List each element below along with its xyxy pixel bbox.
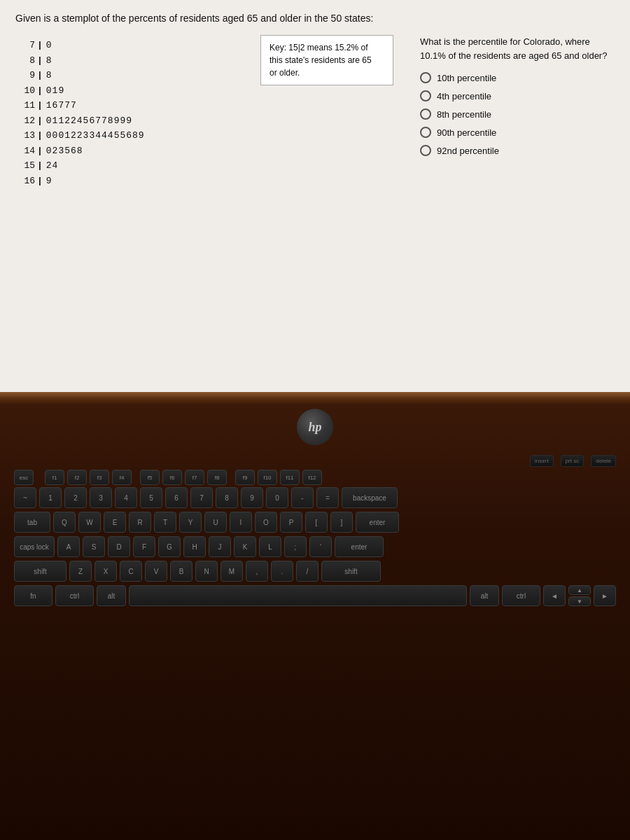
key-box: Key: 15|2 means 15.2% of this state's re… [260, 35, 393, 85]
key-ctrl-right[interactable]: ctrl [502, 585, 540, 606]
key-i[interactable]: I [230, 512, 252, 533]
key-j[interactable]: J [209, 536, 231, 557]
key-f7[interactable]: f7 [185, 470, 204, 485]
question-text: What is the percentile for Colorado, whe… [420, 35, 615, 62]
key-e[interactable]: E [104, 512, 126, 533]
key-bracket-l[interactable]: [ [305, 512, 328, 533]
stem-cell: 13 [15, 128, 35, 144]
key-f1[interactable]: f1 [45, 470, 64, 485]
key-minus[interactable]: - [291, 487, 314, 508]
key-period[interactable]: . [271, 561, 293, 582]
key-0[interactable]: 0 [266, 487, 288, 508]
laptop-hinge [0, 392, 630, 405]
key-n[interactable]: N [195, 561, 218, 582]
key-tab[interactable]: tab [14, 512, 50, 533]
key-f11[interactable]: f11 [280, 470, 300, 485]
key-c[interactable]: C [120, 561, 142, 582]
key-delete[interactable]: delete [591, 455, 616, 467]
key-6[interactable]: 6 [165, 487, 188, 508]
option-label: 8th percentile [437, 109, 491, 120]
key-2[interactable]: 2 [64, 487, 87, 508]
key-bracket-r[interactable]: ] [330, 512, 353, 533]
key-m[interactable]: M [220, 561, 243, 582]
key-4[interactable]: 4 [115, 487, 137, 508]
key-u[interactable]: U [204, 512, 227, 533]
key-f8[interactable]: f8 [207, 470, 227, 485]
key-f10[interactable]: f10 [258, 470, 277, 485]
key-tilde[interactable]: ~ [14, 487, 36, 508]
key-f[interactable]: F [133, 536, 155, 557]
key-a[interactable]: A [57, 536, 80, 557]
key-h[interactable]: H [183, 536, 206, 557]
key-comma[interactable]: , [246, 561, 268, 582]
option-item[interactable]: 10th percentile [420, 72, 615, 83]
key-s[interactable]: S [83, 536, 105, 557]
key-f12[interactable]: f12 [302, 470, 322, 485]
key-7[interactable]: 7 [190, 487, 213, 508]
key-f3[interactable]: f3 [90, 470, 109, 485]
key-backspace[interactable]: backspace [342, 487, 398, 508]
key-p[interactable]: P [280, 512, 302, 533]
key-equals[interactable]: = [316, 487, 339, 508]
key-9[interactable]: 9 [241, 487, 263, 508]
key-alt-right[interactable]: alt [470, 585, 499, 606]
key-alt-left[interactable]: alt [97, 585, 126, 606]
key-slash[interactable]: / [296, 561, 318, 582]
option-item[interactable]: 8th percentile [420, 108, 615, 120]
key-o[interactable]: O [255, 512, 277, 533]
key-r[interactable]: R [129, 512, 151, 533]
stem-separator: | [35, 158, 45, 174]
key-quote[interactable]: ' [309, 536, 332, 557]
option-item[interactable]: 90th percentile [420, 127, 615, 138]
key-l[interactable]: L [259, 536, 281, 557]
option-item[interactable]: 92nd percentile [420, 145, 615, 156]
key-arrow-right[interactable]: ► [594, 585, 616, 606]
key-fn[interactable]: fn [14, 585, 52, 606]
key-f2[interactable]: f2 [67, 470, 87, 485]
key-f9[interactable]: f9 [235, 470, 255, 485]
key-w[interactable]: W [78, 512, 101, 533]
key-x[interactable]: X [94, 561, 117, 582]
key-f4[interactable]: f4 [112, 470, 132, 485]
leaves-cell: 01122456778999 [45, 113, 148, 129]
key-insert[interactable]: insert [530, 455, 554, 467]
radio-circle [420, 90, 431, 102]
key-3[interactable]: 3 [90, 487, 112, 508]
key-enter[interactable]: enter [356, 512, 399, 533]
key-arrow-down[interactable]: ▼ [568, 596, 591, 606]
key-arrow-left[interactable]: ◄ [543, 585, 566, 606]
key-1[interactable]: 1 [39, 487, 62, 508]
key-f6[interactable]: f6 [162, 470, 182, 485]
stem-separator: | [35, 83, 45, 99]
key-k[interactable]: K [234, 536, 256, 557]
leaves-cell: 023568 [45, 144, 148, 159]
stemplot-row: 14|023568 [15, 144, 148, 159]
key-esc[interactable]: esc [14, 470, 34, 485]
laptop-body: hp insert prt sc delete esc f1 f2 f3 f4 … [0, 392, 630, 840]
key-q[interactable]: Q [53, 512, 76, 533]
key-f5[interactable]: f5 [140, 470, 160, 485]
leaves-cell: 8 [45, 53, 148, 69]
key-v[interactable]: V [145, 561, 167, 582]
content-area: Given is a stemplot of the percents of r… [0, 0, 630, 392]
key-prtsc[interactable]: prt sc [561, 455, 584, 467]
key-enter2[interactable]: enter [335, 536, 384, 557]
option-item[interactable]: 4th percentile [420, 90, 615, 102]
key-ctrl-left[interactable]: ctrl [55, 585, 94, 606]
key-z[interactable]: Z [69, 561, 92, 582]
key-t[interactable]: T [154, 512, 176, 533]
key-shift-right[interactable]: shift [321, 561, 381, 582]
key-shift-left[interactable]: shift [14, 561, 66, 582]
key-g[interactable]: G [158, 536, 181, 557]
key-y[interactable]: Y [179, 512, 202, 533]
key-5[interactable]: 5 [140, 487, 162, 508]
key-b[interactable]: B [170, 561, 192, 582]
key-d[interactable]: D [108, 536, 130, 557]
stemplot-table: 7|08|89|810|01911|1677712|01122456778999… [15, 38, 148, 188]
key-arrow-up[interactable]: ▲ [568, 585, 591, 595]
key-8[interactable]: 8 [216, 487, 238, 508]
key-caps-lock[interactable]: caps lock [14, 536, 55, 557]
key-semicolon[interactable]: ; [284, 536, 307, 557]
stemplot-row: 16|9 [15, 174, 148, 189]
key-space[interactable] [129, 585, 467, 606]
